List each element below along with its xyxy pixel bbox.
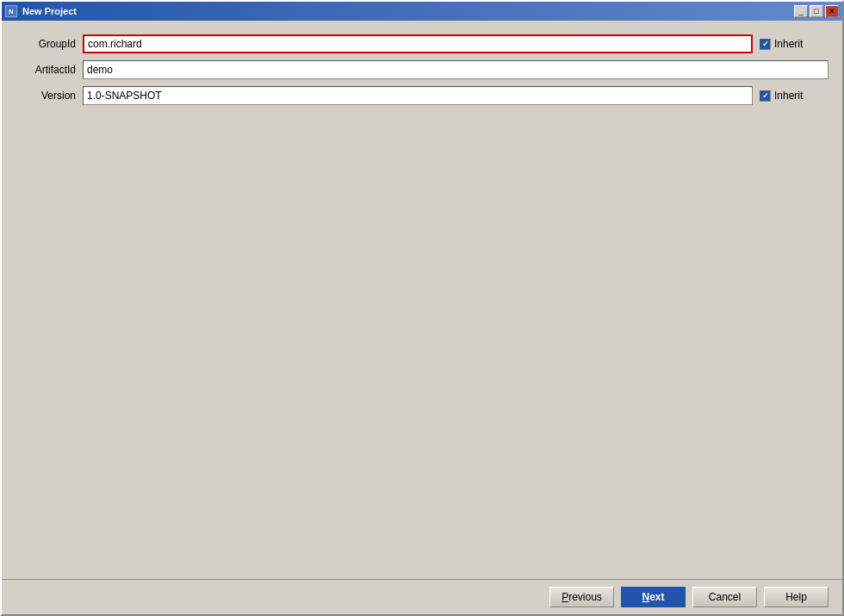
- group-id-inherit-checkbox[interactable]: [760, 39, 771, 50]
- dialog-content: GroupId Inherit ArtifactId Version Inher…: [2, 21, 842, 579]
- previous-button[interactable]: PPreviousrevious: [549, 587, 614, 607]
- title-bar: N New Project _ □ ✕: [2, 2, 842, 21]
- version-input[interactable]: [83, 86, 753, 105]
- artifact-id-label: ArtifactId: [16, 64, 76, 76]
- version-inherit-container: Inherit: [760, 90, 828, 102]
- group-id-row: GroupId Inherit: [16, 34, 828, 53]
- previous-label: PPreviousrevious: [562, 591, 602, 603]
- group-id-inherit-container: Inherit: [760, 38, 828, 50]
- title-bar-controls: _ □ ✕: [794, 5, 839, 17]
- window-title: New Project: [22, 6, 77, 16]
- dialog-window: N New Project _ □ ✕ GroupId Inherit Ar: [0, 0, 844, 616]
- form-area: GroupId Inherit ArtifactId Version Inher…: [16, 34, 828, 105]
- cancel-label: Cancel: [709, 591, 741, 603]
- cancel-button[interactable]: Cancel: [692, 587, 757, 607]
- version-row: Version Inherit: [16, 86, 828, 105]
- next-button[interactable]: Next: [621, 587, 686, 607]
- button-bar: PPreviousrevious Next Cancel Help: [2, 579, 842, 614]
- version-inherit-checkbox[interactable]: [760, 90, 771, 102]
- next-label: Next: [642, 591, 664, 603]
- maximize-button[interactable]: □: [810, 5, 823, 17]
- content-spacer: [16, 119, 828, 565]
- version-label: Version: [16, 90, 76, 102]
- group-id-inherit-label: Inherit: [774, 38, 803, 50]
- group-id-input[interactable]: [83, 34, 753, 53]
- title-bar-text: N New Project: [5, 5, 77, 17]
- help-button[interactable]: Help: [764, 587, 828, 607]
- artifact-id-input[interactable]: [83, 60, 828, 79]
- close-button[interactable]: ✕: [825, 5, 839, 17]
- group-id-label: GroupId: [16, 38, 76, 50]
- window-icon: N: [5, 5, 17, 17]
- minimize-button[interactable]: _: [794, 5, 808, 17]
- version-inherit-label: Inherit: [774, 90, 803, 102]
- help-label: Help: [785, 591, 807, 603]
- artifact-id-row: ArtifactId: [16, 60, 828, 79]
